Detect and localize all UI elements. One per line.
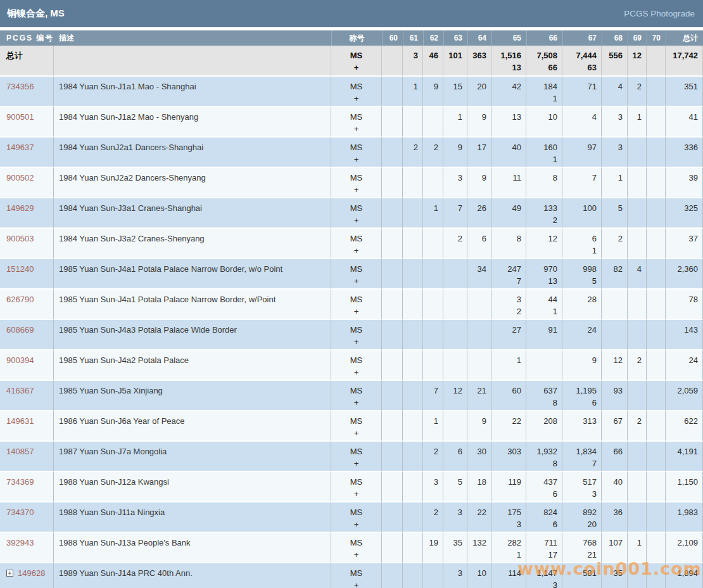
pcgs-number-link[interactable]: 900503 xyxy=(6,234,34,243)
pcgs-number-link[interactable]: 392943 xyxy=(6,538,34,547)
designation-cell: MS+ xyxy=(331,229,382,259)
grade-60-count-cell xyxy=(382,259,403,290)
grade-68-count-cell xyxy=(602,290,628,320)
pcgs-number-link[interactable]: 140857 xyxy=(6,447,34,456)
table-row: 7343691988 Yuan Sun-J12a KwangsiMS+35181… xyxy=(0,472,703,502)
grade-64-count-cell: 6 xyxy=(467,229,491,259)
pcgs-number-link[interactable]: 626790 xyxy=(6,295,34,304)
grade-66-count-cell: 8 xyxy=(526,168,562,198)
pcgs-number-link[interactable]: 608669 xyxy=(6,325,34,335)
grade-70-count-cell xyxy=(647,290,666,320)
pcgs-number-link[interactable]: 149637 xyxy=(6,143,34,152)
grade-69-count-cell xyxy=(628,442,647,472)
grade-total-count-cell: 17,742 xyxy=(666,46,703,77)
grade-65-count-cell: 11 xyxy=(491,168,526,198)
grade-63-count-cell: 12 xyxy=(443,381,467,411)
grade-69-count-cell: 1 xyxy=(628,533,647,563)
grade-62-count-cell xyxy=(423,320,443,350)
pcgs-number-link[interactable]: 900502 xyxy=(6,173,34,182)
pcgs-number-cell: 608669 xyxy=(0,320,54,350)
designation-cell: MS+ xyxy=(331,442,382,472)
grade-63-count-cell: 3 xyxy=(443,168,467,198)
grade-61-count-cell xyxy=(403,472,423,502)
pcgs-number-cell: 149637 xyxy=(0,137,54,168)
grade-67-count-cell: 71 xyxy=(562,77,602,107)
grade-66-count-cell: 97013 xyxy=(526,259,562,290)
grade-65-count-cell: 32 xyxy=(491,290,526,320)
grade-65-count-cell: 2821 xyxy=(491,533,526,563)
grade-69-count-cell xyxy=(628,168,647,198)
grade-65-count-cell: 1753 xyxy=(491,502,526,533)
table-row: 9005031984 Yuan Sun-J3a2 Cranes-Shenyang… xyxy=(0,229,703,259)
grade-66-count-cell: 12 xyxy=(526,229,562,259)
pcgs-number-link[interactable]: 416367 xyxy=(6,386,34,395)
pcgs-number-link[interactable]: 149628 xyxy=(18,568,45,578)
pcgs-number-cell: +149628 xyxy=(0,563,54,588)
grade-61-count-cell xyxy=(403,350,423,381)
grade-61-count-cell xyxy=(403,290,423,320)
grade-67-count-cell: 24 xyxy=(562,320,602,350)
grade-67-count-cell: 100 xyxy=(562,198,602,229)
grade-67-count-cell: 9 xyxy=(562,350,602,381)
pcgs-number-link[interactable]: 151240 xyxy=(6,264,34,274)
grade-total-count-cell: 4,191 xyxy=(666,442,703,472)
pcgs-number-link[interactable]: 734369 xyxy=(6,477,34,487)
grade-66-count-cell: 1601 xyxy=(526,137,562,168)
grade-68-count-cell xyxy=(602,320,628,350)
photograde-link[interactable]: PCGS Photograde xyxy=(624,9,695,18)
grade-63-count-cell: 3 xyxy=(443,502,467,533)
grade-63-count-cell xyxy=(443,320,467,350)
table-row: 9005021984 Yuan SunJ2a2 Dancers-Shenyang… xyxy=(0,168,703,198)
grade-67-count-cell: 4 xyxy=(562,107,602,137)
grade-70-count-cell xyxy=(647,411,666,442)
grade-69-count-cell xyxy=(628,290,647,320)
designation-cell: MS+ xyxy=(331,46,382,77)
grade-60-count-cell xyxy=(382,381,403,411)
column-header-grade-66: 66 xyxy=(526,30,562,46)
grade-69-count-cell: 2 xyxy=(628,411,647,442)
pcgs-number-link[interactable]: 734370 xyxy=(6,508,34,517)
table-row: 6086691985 Yuan Sun-J4a3 Potala Palace W… xyxy=(0,320,703,350)
grade-62-count-cell: 46 xyxy=(423,46,443,77)
grade-60-count-cell xyxy=(382,472,403,502)
grade-63-count-cell: 9 xyxy=(443,137,467,168)
grade-62-count-cell: 2 xyxy=(423,442,443,472)
grade-total-count-cell: 39 xyxy=(666,168,703,198)
grade-64-count-cell: 9 xyxy=(467,411,491,442)
grade-64-count-cell: 22 xyxy=(467,502,491,533)
description-cell: 1984 Yuan Sun-J3a2 Cranes-Shenyang xyxy=(54,229,331,259)
grade-65-count-cell: 2477 xyxy=(491,259,526,290)
grade-64-count-cell: 26 xyxy=(467,198,491,229)
pcgs-number-link[interactable]: 734356 xyxy=(6,82,34,91)
grade-62-count-cell xyxy=(423,350,443,381)
table-row: 1496291984 Yuan Sun-J3a1 Cranes-Shanghai… xyxy=(0,198,703,229)
description-cell: 1988 Yuan Sun-J11a Ningxia xyxy=(54,502,331,533)
description-cell: 1989 Yuan Sun-J14a PRC 40th Ann. xyxy=(54,563,331,588)
description-cell: 1985 Yuan Sun-J5a Xinjiang xyxy=(54,381,331,411)
grade-68-count-cell: 36 xyxy=(602,502,628,533)
grade-66-count-cell: 8246 xyxy=(526,502,562,533)
expand-icon[interactable]: + xyxy=(6,570,13,577)
pcgs-number-link[interactable]: 149629 xyxy=(6,203,34,213)
designation-cell: MS+ xyxy=(331,563,382,588)
designation-cell: MS+ xyxy=(331,381,382,411)
grade-65-count-cell: 40 xyxy=(491,137,526,168)
table-row: 1512401985 Yuan Sun-J4a1 Potala Palace N… xyxy=(0,259,703,290)
grade-65-count-cell: 1,51613 xyxy=(491,46,526,77)
grade-70-count-cell xyxy=(647,46,666,77)
grade-63-count-cell: 7 xyxy=(443,198,467,229)
pcgs-number-link[interactable]: 900394 xyxy=(6,355,34,365)
table-row: +1496281989 Yuan Sun-J14a PRC 40th Ann.M… xyxy=(0,563,703,588)
pcgs-number-cell: 900501 xyxy=(0,107,54,137)
grade-60-count-cell xyxy=(382,533,403,563)
grade-70-count-cell xyxy=(647,229,666,259)
grade-70-count-cell xyxy=(647,320,666,350)
pcgs-number-link[interactable]: 900501 xyxy=(6,112,34,122)
pcgs-number-cell: 900503 xyxy=(0,229,54,259)
designation-cell: MS+ xyxy=(331,472,382,502)
grade-68-count-cell: 1 xyxy=(602,168,628,198)
grade-64-count-cell: 17 xyxy=(467,137,491,168)
grade-62-count-cell xyxy=(423,107,443,137)
grade-61-count-cell xyxy=(403,168,423,198)
pcgs-number-link[interactable]: 149631 xyxy=(6,416,34,426)
